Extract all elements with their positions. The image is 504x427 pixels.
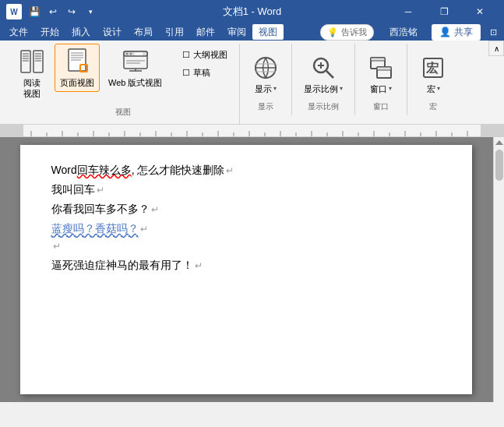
ruler xyxy=(0,125,504,137)
macro-button[interactable]: 宏 宏 ▾ xyxy=(414,50,453,98)
minimize-button[interactable]: ─ xyxy=(390,0,426,23)
scroll-up-arrow[interactable] xyxy=(495,140,503,145)
restore-button[interactable]: ❐ xyxy=(426,0,462,23)
menu-review[interactable]: 审阅 xyxy=(221,24,252,40)
para-mark-6: ↵ xyxy=(195,258,203,275)
read-view-label: 阅读视图 xyxy=(23,77,41,100)
menu-mail[interactable]: 邮件 xyxy=(190,24,221,40)
menu-view[interactable]: 视图 xyxy=(252,24,284,40)
tell-me-input[interactable]: 💡 告诉我 xyxy=(320,24,374,41)
svg-point-19 xyxy=(129,53,132,55)
doc-text-1c: , 怎么才能快速删除 xyxy=(132,161,225,180)
read-view-icon xyxy=(18,48,46,76)
ribbon-groups: 阅读视图 页面视图 xyxy=(6,44,498,124)
macro-dropdown[interactable]: ▾ xyxy=(437,85,440,93)
show-button[interactable]: 显示 ▾ xyxy=(246,50,285,98)
window-icon xyxy=(367,54,395,82)
para-mark-3: ↵ xyxy=(151,202,159,219)
macro-group-content: 宏 宏 ▾ xyxy=(414,44,453,98)
title-bar-left: W 💾 ↩ ↪ ▾ xyxy=(6,4,98,19)
document-page: Word 回车辣么多, 怎么才能快速删除 ↵ 我叫回车 ↵ 你看我回车多不多？ … xyxy=(20,145,472,394)
menu-references[interactable]: 引用 xyxy=(159,24,190,40)
views-group-label: 视图 xyxy=(12,104,233,121)
ribbon-group-show: 显示 ▾ 显示 xyxy=(240,44,292,115)
document-content[interactable]: Word 回车辣么多, 怎么才能快速删除 ↵ 我叫回车 ↵ 你看我回车多不多？ … xyxy=(51,161,441,276)
checkbox-icon: ☐ xyxy=(182,50,190,60)
zoom-dropdown[interactable]: ▾ xyxy=(340,85,343,93)
ribbon-group-zoom: 显示比例 ▾ 显示比例 xyxy=(292,44,355,115)
page-view-icon xyxy=(63,48,91,76)
svg-point-18 xyxy=(125,53,128,55)
ribbon-group-macro: 宏 宏 ▾ 宏 xyxy=(407,44,459,115)
redo-button[interactable]: ↪ xyxy=(64,4,79,19)
document-area: Word 回车辣么多, 怎么才能快速删除 ↵ 我叫回车 ↵ 你看我回车多不多？ … xyxy=(0,137,504,402)
save-button[interactable]: 💾 xyxy=(26,4,42,19)
menu-bar: 文件 开始 插入 设计 布局 引用 邮件 审阅 视图 💡 告诉我 西浩铭 👤 共… xyxy=(0,23,504,41)
close-button[interactable]: ✕ xyxy=(462,0,498,23)
window-dropdown[interactable]: ▾ xyxy=(389,85,392,93)
collapse-icon: ∧ xyxy=(494,44,499,53)
tell-me-label: 告诉我 xyxy=(341,26,367,38)
menu-layout[interactable]: 布局 xyxy=(128,24,159,40)
para-mark-1: ↵ xyxy=(226,163,234,180)
menu-insert[interactable]: 插入 xyxy=(65,24,97,40)
show-dropdown[interactable]: ▾ xyxy=(273,85,277,93)
window-controls: ─ ❐ ✕ xyxy=(390,0,498,23)
outline-view-label: 大纲视图 xyxy=(193,49,227,61)
checkbox-icon2: ☐ xyxy=(182,68,190,78)
show-icon xyxy=(252,54,280,82)
user-name[interactable]: 西浩铭 xyxy=(385,24,422,41)
zoom-icon xyxy=(309,54,337,82)
doc-text-2: 我叫回车 xyxy=(51,180,95,199)
svg-rect-34 xyxy=(371,58,385,61)
ribbon: 阅读视图 页面视图 xyxy=(0,41,504,125)
outline-view-button[interactable]: ☐ 大纲视图 xyxy=(177,47,233,63)
ribbon-expand-button[interactable]: ⊡ xyxy=(485,24,501,40)
ribbon-group-window: 窗口 ▾ 窗口 xyxy=(355,44,407,115)
ribbon-collapse-button[interactable]: ∧ xyxy=(488,41,504,56)
window-label: 窗口 xyxy=(370,83,387,94)
svg-rect-39 xyxy=(0,125,504,137)
window-group-label: 窗口 xyxy=(373,98,389,115)
menu-home[interactable]: 开始 xyxy=(34,24,65,40)
scroll-thumb[interactable] xyxy=(495,150,503,181)
small-view-group: ☐ 大纲视图 ☐ 草稿 xyxy=(171,44,233,81)
svg-rect-20 xyxy=(134,52,143,55)
doc-line-6: 逼死强迫症神马的最有用了！ ↵ xyxy=(51,256,441,275)
quick-access-toolbar: 💾 ↩ ↪ ▾ xyxy=(26,4,98,19)
draft-view-label: 草稿 xyxy=(193,67,210,79)
page-view-button[interactable]: 页面视图 xyxy=(55,44,100,92)
show-label: 显示 xyxy=(255,83,272,94)
read-view-button[interactable]: 阅读视图 xyxy=(12,44,51,104)
zoom-button[interactable]: 显示比例 ▾ xyxy=(298,50,348,98)
window-button[interactable]: 窗口 ▾ xyxy=(361,50,400,98)
doc-text-3: 你看我回车多不多？ xyxy=(51,199,150,219)
window-group-content: 窗口 ▾ xyxy=(361,44,400,98)
menu-design[interactable]: 设计 xyxy=(97,24,128,40)
web-view-label: Web 版式视图 xyxy=(108,77,162,88)
para-mark-5: ↵ xyxy=(53,238,61,256)
para-mark-2: ↵ xyxy=(97,182,104,199)
undo-button[interactable]: ↩ xyxy=(45,4,61,19)
doc-line-4: 蓝瘦吗？香菇吗？ ↵ xyxy=(51,219,441,238)
menu-file[interactable]: 文件 xyxy=(3,24,34,40)
share-button[interactable]: 👤 共享 xyxy=(432,24,481,41)
draft-view-button[interactable]: ☐ 草稿 xyxy=(177,65,216,81)
word-icon: W xyxy=(6,4,22,19)
macro-icon: 宏 xyxy=(419,54,447,82)
document-title: 文档1 - Word xyxy=(223,5,282,19)
svg-rect-36 xyxy=(377,67,391,70)
doc-text-6: 逼死强迫症神马的最有用了！ xyxy=(51,256,193,275)
web-view-button[interactable]: Web 版式视图 xyxy=(103,44,167,92)
scrollbar-vertical[interactable] xyxy=(493,137,504,402)
qa-dropdown-button[interactable]: ▾ xyxy=(83,4,98,19)
doc-line-1: Word 回车辣么多, 怎么才能快速删除 ↵ xyxy=(51,161,441,180)
macro-label: 宏 xyxy=(427,83,435,94)
zoom-group-label: 显示比例 xyxy=(308,98,339,115)
macro-group-label: 宏 xyxy=(429,98,437,115)
doc-line-2: 我叫回车 ↵ xyxy=(51,180,441,199)
doc-text-4: 蓝瘦吗？香菇吗？ xyxy=(51,219,139,238)
person-icon: 👤 xyxy=(439,26,451,37)
doc-line-3: 你看我回车多不多？ ↵ xyxy=(51,199,441,219)
svg-line-30 xyxy=(326,71,333,78)
